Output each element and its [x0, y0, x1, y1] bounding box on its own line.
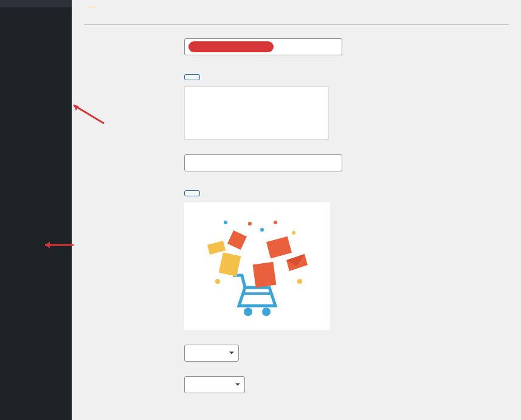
- svg-point-9: [274, 221, 277, 224]
- version-badge: [89, 6, 96, 9]
- redaction-bar: [188, 41, 274, 52]
- jwt-secret-input[interactable]: [184, 38, 342, 55]
- arrival-image-preview: [184, 202, 330, 330]
- choose-logo-button[interactable]: [184, 74, 200, 80]
- svg-point-13: [260, 228, 264, 232]
- arrival-illustration: [196, 212, 318, 321]
- tab-nav: [84, 24, 509, 25]
- arrival-label: [84, 186, 184, 190]
- choose-image-button[interactable]: [184, 190, 200, 196]
- app-logo-label: [84, 70, 184, 74]
- svg-point-8: [248, 222, 252, 225]
- svg-point-1: [244, 308, 252, 316]
- about-page-select[interactable]: [184, 345, 239, 362]
- app-logo-preview: [184, 86, 329, 140]
- contact-label: [84, 376, 184, 380]
- svg-rect-6: [227, 230, 247, 250]
- main-content: [72, 0, 521, 420]
- dokan-submenu: [0, 0, 72, 7]
- svg-point-10: [292, 231, 295, 235]
- header-bar: [84, 0, 509, 15]
- tagline-label: [84, 154, 184, 158]
- jwt-label: [84, 38, 184, 42]
- contact-page-select[interactable]: [184, 376, 245, 393]
- svg-rect-4: [219, 252, 241, 276]
- svg-rect-3: [253, 262, 277, 287]
- admin-sidebar: [0, 0, 72, 420]
- svg-point-2: [262, 308, 271, 316]
- about-label: [84, 345, 184, 348]
- tagline-input[interactable]: [184, 154, 342, 171]
- svg-point-11: [297, 279, 302, 284]
- svg-point-12: [224, 221, 227, 224]
- svg-point-7: [215, 279, 220, 284]
- svg-rect-5: [266, 236, 292, 258]
